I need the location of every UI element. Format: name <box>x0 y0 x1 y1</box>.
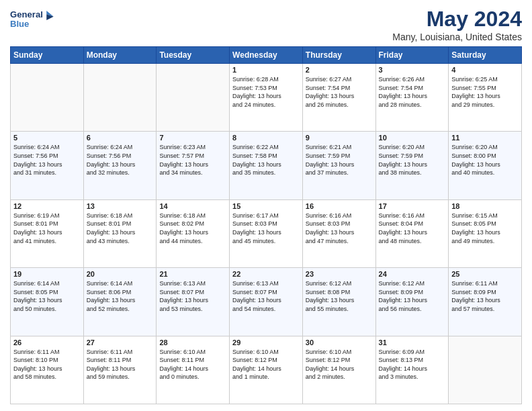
cell-content: Sunrise: 6:16 AM Sunset: 8:03 PM Dayligh… <box>306 212 373 245</box>
day-number: 3 <box>379 66 446 74</box>
day-number: 5 <box>13 134 81 142</box>
calendar-week-0: 1Sunrise: 6:28 AM Sunset: 7:53 PM Daylig… <box>11 64 522 132</box>
day-number: 14 <box>159 202 226 210</box>
table-row: 7Sunrise: 6:23 AM Sunset: 7:57 PM Daylig… <box>157 132 230 199</box>
cell-content: Sunrise: 6:10 AM Sunset: 8:12 PM Dayligh… <box>232 348 300 381</box>
table-row: 28Sunrise: 6:10 AM Sunset: 8:11 PM Dayli… <box>157 336 230 404</box>
cell-content: Sunrise: 6:11 AM Sunset: 8:10 PM Dayligh… <box>13 348 81 381</box>
table-row: 27Sunrise: 6:11 AM Sunset: 8:11 PM Dayli… <box>83 336 157 404</box>
day-number: 7 <box>159 134 226 142</box>
table-row: 26Sunrise: 6:11 AM Sunset: 8:10 PM Dayli… <box>11 336 84 404</box>
day-number: 9 <box>306 134 373 142</box>
calendar-title: May 2024 <box>392 7 522 32</box>
cell-content: Sunrise: 6:12 AM Sunset: 8:09 PM Dayligh… <box>379 279 446 313</box>
calendar-subtitle: Many, Louisiana, United States <box>392 32 522 42</box>
day-number: 24 <box>379 270 446 278</box>
cell-content: Sunrise: 6:13 AM Sunset: 8:07 PM Dayligh… <box>159 279 226 313</box>
day-number: 27 <box>87 338 154 347</box>
header-tuesday: Tuesday <box>157 47 230 64</box>
day-number: 2 <box>306 66 373 74</box>
table-row <box>83 64 157 132</box>
table-row: 24Sunrise: 6:12 AM Sunset: 8:09 PM Dayli… <box>375 268 449 336</box>
table-row: 9Sunrise: 6:21 AM Sunset: 7:59 PM Daylig… <box>302 132 375 199</box>
table-row: 8Sunrise: 6:22 AM Sunset: 7:58 PM Daylig… <box>230 132 303 199</box>
header-monday: Monday <box>83 47 157 64</box>
cell-content: Sunrise: 6:09 AM Sunset: 8:13 PM Dayligh… <box>379 348 446 381</box>
table-row: 17Sunrise: 6:16 AM Sunset: 8:04 PM Dayli… <box>375 199 449 267</box>
table-row: 16Sunrise: 6:16 AM Sunset: 8:03 PM Dayli… <box>302 199 375 267</box>
table-row: 22Sunrise: 6:13 AM Sunset: 8:07 PM Dayli… <box>230 268 303 336</box>
table-row: 19Sunrise: 6:14 AM Sunset: 8:05 PM Dayli… <box>11 268 84 336</box>
day-number: 31 <box>379 338 446 347</box>
day-number: 16 <box>306 202 373 210</box>
day-number: 17 <box>379 202 446 210</box>
calendar-table: Sunday Monday Tuesday Wednesday Thursday… <box>10 46 522 404</box>
day-number: 4 <box>451 66 519 74</box>
cell-content: Sunrise: 6:18 AM Sunset: 8:02 PM Dayligh… <box>159 212 226 245</box>
table-row: 6Sunrise: 6:24 AM Sunset: 7:56 PM Daylig… <box>83 132 157 199</box>
cell-content: Sunrise: 6:27 AM Sunset: 7:54 PM Dayligh… <box>306 75 373 109</box>
cell-content: Sunrise: 6:26 AM Sunset: 7:54 PM Dayligh… <box>379 75 446 109</box>
day-number: 11 <box>451 134 519 142</box>
cell-content: Sunrise: 6:12 AM Sunset: 8:08 PM Dayligh… <box>306 279 373 313</box>
logo: GeneralBlue <box>10 7 57 32</box>
cell-content: Sunrise: 6:22 AM Sunset: 7:58 PM Dayligh… <box>232 143 300 177</box>
table-row: 30Sunrise: 6:10 AM Sunset: 8:12 PM Dayli… <box>302 336 375 404</box>
cell-content: Sunrise: 6:20 AM Sunset: 8:00 PM Dayligh… <box>451 143 519 177</box>
day-number: 20 <box>87 270 154 278</box>
cell-content: Sunrise: 6:21 AM Sunset: 7:59 PM Dayligh… <box>306 143 373 177</box>
day-number: 22 <box>232 270 300 278</box>
cell-content: Sunrise: 6:13 AM Sunset: 8:07 PM Dayligh… <box>232 279 300 313</box>
cell-content: Sunrise: 6:19 AM Sunset: 8:01 PM Dayligh… <box>13 212 81 245</box>
table-row <box>11 64 84 132</box>
cell-content: Sunrise: 6:24 AM Sunset: 7:56 PM Dayligh… <box>87 143 154 177</box>
svg-text:General: General <box>10 9 43 19</box>
day-number: 29 <box>232 338 300 347</box>
header-thursday: Thursday <box>302 47 375 64</box>
table-row: 11Sunrise: 6:20 AM Sunset: 8:00 PM Dayli… <box>449 132 522 199</box>
cell-content: Sunrise: 6:11 AM Sunset: 8:11 PM Dayligh… <box>87 348 154 381</box>
cell-content: Sunrise: 6:18 AM Sunset: 8:01 PM Dayligh… <box>87 212 154 245</box>
cell-content: Sunrise: 6:24 AM Sunset: 7:56 PM Dayligh… <box>13 143 81 177</box>
day-number: 28 <box>159 338 226 347</box>
header-friday: Friday <box>375 47 449 64</box>
cell-content: Sunrise: 6:11 AM Sunset: 8:09 PM Dayligh… <box>451 279 519 313</box>
calendar-week-3: 19Sunrise: 6:14 AM Sunset: 8:05 PM Dayli… <box>11 268 522 336</box>
table-row <box>157 64 230 132</box>
day-number: 26 <box>13 338 81 347</box>
page: GeneralBlue May 2024 Many, Louisiana, Un… <box>0 0 532 411</box>
cell-content: Sunrise: 6:14 AM Sunset: 8:06 PM Dayligh… <box>87 279 154 313</box>
table-row: 1Sunrise: 6:28 AM Sunset: 7:53 PM Daylig… <box>230 64 303 132</box>
cell-content: Sunrise: 6:28 AM Sunset: 7:53 PM Dayligh… <box>232 75 300 109</box>
cell-content: Sunrise: 6:16 AM Sunset: 8:04 PM Dayligh… <box>379 212 446 245</box>
day-number: 12 <box>13 202 81 210</box>
table-row: 3Sunrise: 6:26 AM Sunset: 7:54 PM Daylig… <box>375 64 449 132</box>
logo-icon: GeneralBlue <box>10 7 57 32</box>
table-row: 12Sunrise: 6:19 AM Sunset: 8:01 PM Dayli… <box>11 199 84 267</box>
cell-content: Sunrise: 6:10 AM Sunset: 8:11 PM Dayligh… <box>159 348 226 381</box>
table-row <box>449 336 522 404</box>
day-number: 10 <box>379 134 446 142</box>
table-row: 18Sunrise: 6:15 AM Sunset: 8:05 PM Dayli… <box>449 199 522 267</box>
table-row: 10Sunrise: 6:20 AM Sunset: 7:59 PM Dayli… <box>375 132 449 199</box>
cell-content: Sunrise: 6:25 AM Sunset: 7:55 PM Dayligh… <box>451 75 519 109</box>
cell-content: Sunrise: 6:17 AM Sunset: 8:03 PM Dayligh… <box>232 212 300 245</box>
day-number: 15 <box>232 202 300 210</box>
table-row: 2Sunrise: 6:27 AM Sunset: 7:54 PM Daylig… <box>302 64 375 132</box>
day-number: 1 <box>232 66 300 74</box>
table-row: 15Sunrise: 6:17 AM Sunset: 8:03 PM Dayli… <box>230 199 303 267</box>
table-row: 5Sunrise: 6:24 AM Sunset: 7:56 PM Daylig… <box>11 132 84 199</box>
day-number: 23 <box>306 270 373 278</box>
svg-text:Blue: Blue <box>10 19 29 29</box>
table-row: 20Sunrise: 6:14 AM Sunset: 8:06 PM Dayli… <box>83 268 157 336</box>
day-number: 18 <box>451 202 519 210</box>
cell-content: Sunrise: 6:15 AM Sunset: 8:05 PM Dayligh… <box>451 212 519 245</box>
table-row: 14Sunrise: 6:18 AM Sunset: 8:02 PM Dayli… <box>157 199 230 267</box>
calendar-week-2: 12Sunrise: 6:19 AM Sunset: 8:01 PM Dayli… <box>11 199 522 267</box>
day-number: 25 <box>451 270 519 278</box>
header-sunday: Sunday <box>11 47 84 64</box>
day-number: 30 <box>306 338 373 347</box>
header: GeneralBlue May 2024 Many, Louisiana, Un… <box>10 7 522 42</box>
cell-content: Sunrise: 6:20 AM Sunset: 7:59 PM Dayligh… <box>379 143 446 177</box>
table-row: 23Sunrise: 6:12 AM Sunset: 8:08 PM Dayli… <box>302 268 375 336</box>
